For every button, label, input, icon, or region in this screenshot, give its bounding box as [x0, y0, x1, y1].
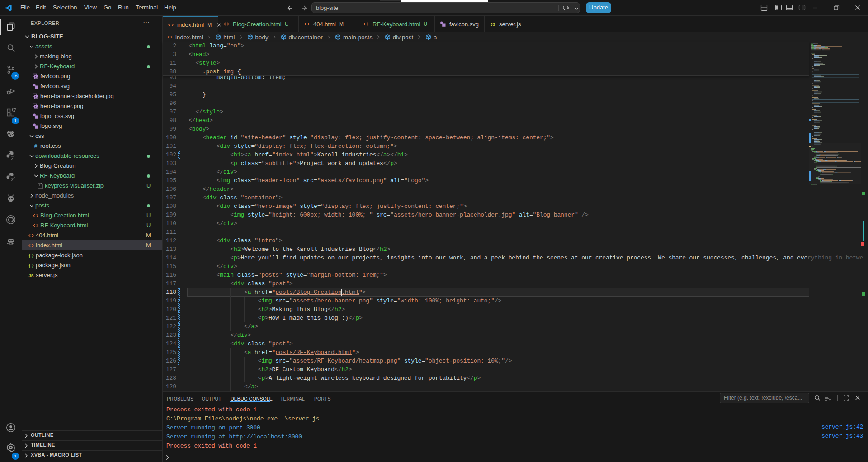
svg-text:{}: {} [28, 264, 34, 269]
svg-text:{}: {} [28, 254, 34, 259]
svg-text:JS: JS [490, 22, 495, 27]
svg-text:#: # [34, 143, 37, 149]
svg-text:JS: JS [28, 273, 33, 278]
